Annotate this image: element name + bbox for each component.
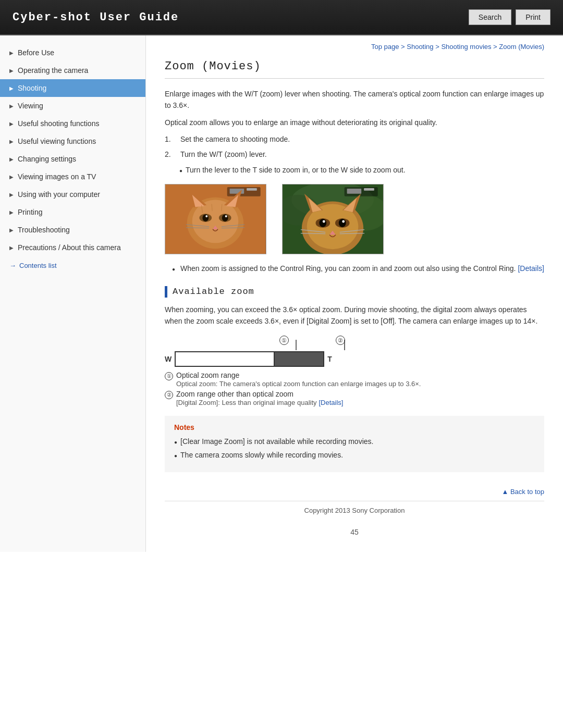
sidebar-item-operating-camera[interactable]: ▶ Operating the camera <box>0 61 145 79</box>
cat-image-2 <box>282 184 384 254</box>
copyright-text: Copyright 2013 Sony Corporation <box>304 507 405 514</box>
sidebar: ▶ Before Use ▶ Operating the camera ▶ Sh… <box>0 35 146 552</box>
section-blue-bar <box>165 286 167 298</box>
svg-point-40 <box>339 219 346 227</box>
content-area: Top page > Shooting > Shooting movies > … <box>146 35 563 552</box>
chevron-icon: ▶ <box>9 50 14 56</box>
sidebar-item-printing[interactable]: ▶ Printing <box>0 203 145 221</box>
sidebar-item-label: Operating the camera <box>18 66 88 75</box>
sub-step-item: Turn the lever to the T side to zoom in,… <box>179 164 544 176</box>
step-text: Turn the W/T (zoom) lever. <box>180 149 267 160</box>
sidebar-item-precautions[interactable]: ▶ Precautions / About this camera <box>0 239 145 256</box>
zoom-legend-circle-2: ② <box>165 391 173 399</box>
svg-point-39 <box>319 219 326 227</box>
step-number: 1. <box>165 133 175 145</box>
chevron-icon: ▶ <box>9 68 14 73</box>
back-to-top[interactable]: ▲ Back to top <box>165 488 544 496</box>
header: Cyber-shot User Guide Search Print <box>0 0 563 35</box>
chevron-icon: ▶ <box>9 192 14 198</box>
notes-box: Notes [Clear Image Zoom] is not availabl… <box>165 416 544 473</box>
chevron-icon: ▶ <box>9 103 14 109</box>
zoom-legend-item-2: ② Zoom range other than optical zoom [Di… <box>165 390 544 406</box>
chevron-icon: ▶ <box>9 227 14 233</box>
control-ring-note: When zoom is assigned to the Control Rin… <box>172 263 544 274</box>
zoom-legend-title-2: Zoom range other than optical zoom <box>176 390 293 398</box>
svg-rect-2 <box>230 189 244 194</box>
details-link-2[interactable]: [Details] <box>319 399 343 406</box>
note-item-2: The camera zooms slowly while recording … <box>174 449 535 461</box>
header-buttons: Search Print <box>469 9 550 25</box>
sidebar-item-label: Troubleshooting <box>18 226 70 234</box>
sidebar-item-viewing-tv[interactable]: ▶ Viewing images on a TV <box>0 168 145 186</box>
sidebar-item-label: Shooting <box>18 84 46 92</box>
sub-step-list: Turn the lever to the T side to zoom in,… <box>179 164 544 176</box>
sidebar-item-label: Before Use <box>18 48 54 57</box>
chevron-icon: ▶ <box>9 209 14 215</box>
search-button[interactable]: Search <box>469 9 511 25</box>
note-item-1: [Clear Image Zoom] is not available whil… <box>174 436 535 447</box>
zoom-label-t: T <box>327 355 332 363</box>
zoom-legend: ① Optical zoom range Optical zoom: The c… <box>165 371 544 406</box>
sidebar-item-useful-shooting[interactable]: ▶ Useful shooting functions <box>0 115 145 132</box>
svg-rect-3 <box>247 188 257 191</box>
intro-paragraph-2: Optical zoom allows you to enlarge an im… <box>165 117 544 128</box>
svg-point-15 <box>225 215 227 217</box>
svg-point-41 <box>323 220 325 223</box>
zoom-legend-desc-1: Optical zoom: The camera's optical zoom … <box>176 380 421 388</box>
arrow-right-icon: → <box>9 262 16 269</box>
available-zoom-para: When zooming, you can exceed the 3.6× op… <box>165 304 544 327</box>
notes-title: Notes <box>174 423 535 431</box>
sidebar-item-label: Useful shooting functions <box>18 119 99 128</box>
app-title: Cyber-shot User Guide <box>13 11 179 24</box>
sidebar-item-troubleshooting[interactable]: ▶ Troubleshooting <box>0 221 145 239</box>
chevron-icon: ▶ <box>9 245 14 251</box>
sidebar-item-using-computer[interactable]: ▶ Using with your computer <box>0 186 145 203</box>
sidebar-item-label: Changing settings <box>18 155 76 163</box>
sidebar-item-label: Precautions / About this camera <box>18 243 121 252</box>
svg-rect-30 <box>364 188 374 191</box>
print-button[interactable]: Print <box>516 9 550 25</box>
page-number: 45 <box>165 528 544 536</box>
sidebar-item-label: Printing <box>18 208 42 216</box>
optical-zoom-bar <box>175 351 274 367</box>
footer: Copyright 2013 Sony Corporation <box>165 501 544 523</box>
details-link-1[interactable]: [Details] <box>518 264 544 273</box>
sidebar-item-before-use[interactable]: ▶ Before Use <box>0 44 145 61</box>
digital-zoom-bar <box>275 351 324 367</box>
sidebar-item-shooting[interactable]: ▶ Shooting <box>0 79 145 97</box>
chevron-icon: ▶ <box>9 139 14 144</box>
sidebar-item-useful-viewing[interactable]: ▶ Useful viewing functions <box>0 132 145 150</box>
sidebar-item-label: Viewing images on a TV <box>18 172 96 181</box>
cat-images-row <box>165 184 544 254</box>
contents-list-label: Contents list <box>19 262 57 269</box>
sidebar-item-label: Useful viewing functions <box>18 137 96 145</box>
contents-list-link[interactable]: → Contents list <box>0 256 145 273</box>
control-ring-note-list: When zoom is assigned to the Control Rin… <box>172 263 544 274</box>
zoom-legend-item-1: ① Optical zoom range Optical zoom: The c… <box>165 371 544 388</box>
sidebar-item-viewing[interactable]: ▶ Viewing <box>0 97 145 115</box>
notes-list: [Clear Image Zoom] is not available whil… <box>174 436 535 461</box>
sidebar-item-changing-settings[interactable]: ▶ Changing settings <box>0 150 145 168</box>
chevron-icon: ▶ <box>9 121 14 127</box>
svg-rect-29 <box>347 189 362 194</box>
zoom-legend-circle-1: ① <box>165 372 173 380</box>
step-number: 2. <box>165 149 175 160</box>
svg-point-14 <box>205 215 207 217</box>
zoom-label-w: W <box>165 355 172 363</box>
cat-image-1 <box>165 184 266 254</box>
zoom-legend-title-1: Optical zoom range <box>176 371 239 379</box>
breadcrumb-text: Top page > Shooting > Shooting movies > … <box>371 43 544 51</box>
main-container: ▶ Before Use ▶ Operating the camera ▶ Sh… <box>0 35 563 552</box>
available-zoom-section-header: Available zoom <box>165 286 544 298</box>
back-to-top-text: ▲ Back to top <box>501 488 544 496</box>
breadcrumb[interactable]: Top page > Shooting > Shooting movies > … <box>165 43 544 51</box>
chevron-icon: ▶ <box>9 85 14 91</box>
available-zoom-title: Available zoom <box>173 287 254 297</box>
step-1: 1. Set the camera to shooting mode. <box>165 133 544 145</box>
svg-point-42 <box>342 220 345 223</box>
step-text: Set the camera to shooting mode. <box>180 133 290 145</box>
sidebar-item-label: Using with your computer <box>18 190 100 199</box>
step-2: 2. Turn the W/T (zoom) lever. <box>165 149 544 160</box>
sidebar-item-label: Viewing <box>18 102 43 110</box>
zoom-diagram: ① ② W <box>165 336 544 406</box>
